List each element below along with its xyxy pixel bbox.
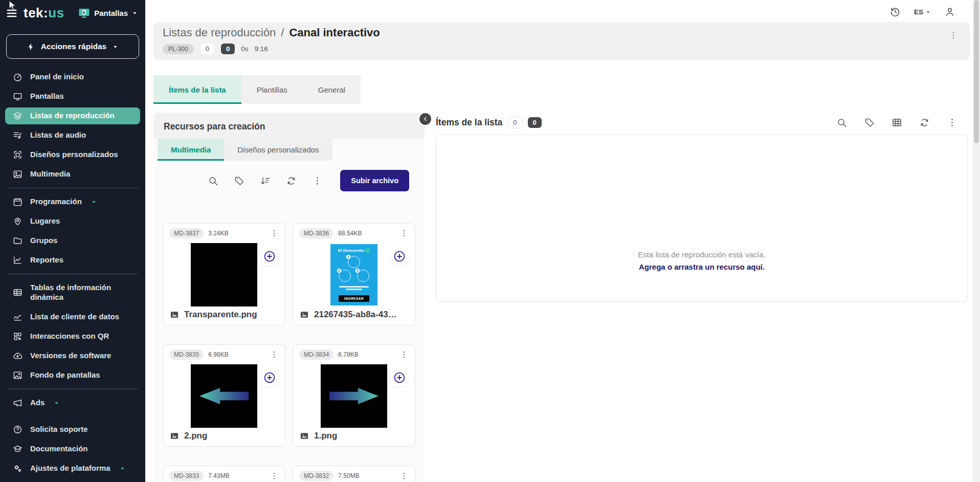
- sidebar-item-lugares[interactable]: Lugares: [5, 213, 140, 230]
- tab-items-de-la-lista[interactable]: Ítems de la lista: [153, 75, 241, 104]
- breadcrumb-separator: /: [281, 26, 284, 39]
- chevron-down-icon: [112, 43, 119, 50]
- sync-icon[interactable]: [919, 117, 930, 128]
- sidebar-item-programacion[interactable]: Programación: [5, 193, 140, 210]
- kebab-icon[interactable]: [270, 229, 279, 238]
- tab-multimedia[interactable]: Multimedia: [158, 139, 224, 161]
- kebab-icon[interactable]: [270, 471, 279, 480]
- kebab-icon[interactable]: [312, 176, 323, 186]
- collapse-panel-button[interactable]: [419, 113, 431, 125]
- sidebar-item-solicita-soporte[interactable]: Solicita soporte: [5, 421, 140, 438]
- sidebar-item-ajustes-de-plataforma[interactable]: Ajustes de plataforma: [5, 460, 140, 477]
- sidebar-nav: Panel de inicioPantallasListas de reprod…: [0, 65, 145, 482]
- playlist-items-panel: Ítems de la lista 0 0 Esta lista de repr…: [436, 117, 968, 302]
- sidebar-item-label: Diseños personalizados: [30, 150, 118, 160]
- tab-plantillas[interactable]: Plantillas: [241, 75, 303, 104]
- playlist-dropzone[interactable]: Esta lista de reproducción está vacía. A…: [436, 135, 968, 302]
- page-header: Listas de reproducción / Canal interacti…: [153, 22, 970, 60]
- app-logo[interactable]: tek:us: [24, 5, 64, 21]
- sync-icon[interactable]: [286, 176, 297, 186]
- history-icon[interactable]: [889, 6, 901, 17]
- plus-icon: [393, 250, 406, 263]
- sidebar-item-label: Lista de cliente de datos: [30, 312, 119, 322]
- sidebar-item-listas-de-reproduccion[interactable]: Listas de reproducción: [5, 107, 140, 124]
- tab-general[interactable]: General: [303, 75, 361, 104]
- resource-size: 7.43MB: [208, 472, 229, 479]
- resource-card[interactable]: MD-38373.24KBTransparente.png: [163, 223, 285, 325]
- arrow-right-graphic: [329, 386, 378, 406]
- sidebar-item-pantallas[interactable]: Pantallas: [5, 88, 140, 105]
- add-resource-button[interactable]: [260, 247, 279, 266]
- resource-card[interactable]: MD-38327.50MB: [293, 466, 415, 482]
- add-resource-button[interactable]: [390, 368, 409, 387]
- playlist-items-header: Ítems de la lista 0 0: [436, 117, 968, 128]
- megaphone-icon: [13, 398, 23, 408]
- sidebar-item-versiones-de-software[interactable]: Versiones de software: [5, 347, 140, 364]
- resource-name: 21267435-ab8a-43…: [314, 310, 397, 320]
- photo-icon: [169, 310, 180, 320]
- kebab-icon[interactable]: [947, 117, 957, 128]
- sidebar-item-lista-de-cliente-de-datos[interactable]: Lista de cliente de datos: [5, 309, 140, 325]
- kebab-icon[interactable]: [270, 350, 279, 359]
- kebab-icon[interactable]: [399, 471, 409, 480]
- sidebar-item-documentacion[interactable]: Documentación: [5, 441, 140, 457]
- add-resource-button[interactable]: [260, 368, 279, 387]
- screen-selector-dropdown[interactable]: K Pantallas: [78, 7, 138, 19]
- sidebar-item-panel-de-inicio[interactable]: Panel de inicio: [5, 69, 140, 85]
- sidebar-top: tek:us K Pantallas: [0, 0, 145, 22]
- resources-panel-title: Recursos para creación: [153, 113, 425, 139]
- upload-file-button[interactable]: Subir archivo: [340, 170, 409, 191]
- page-scrollbar[interactable]: [973, 0, 980, 482]
- thumbnail-image: [191, 364, 257, 428]
- sidebar-item-label: Multimedia: [30, 169, 70, 179]
- sidebar-item-multimedia[interactable]: Multimedia: [5, 166, 140, 183]
- breadcrumb-current: Canal interactivo: [289, 26, 380, 39]
- resource-id-badge: MD-3833: [169, 471, 204, 481]
- tab-label: Plantillas: [257, 85, 287, 94]
- resource-card[interactable]: MD-38346.78KB1.png: [293, 344, 415, 447]
- count-light-badge: 0: [200, 43, 215, 55]
- plus-icon: [393, 371, 406, 384]
- kebab-icon[interactable]: [948, 30, 959, 40]
- sidebar-item-fondo-de-pantallas[interactable]: Fondo de pantallas: [5, 367, 140, 384]
- bolt-icon: [27, 42, 35, 51]
- breadcrumb: Listas de reproducción / Canal interacti…: [163, 26, 961, 39]
- tab-label: Multimedia: [171, 145, 211, 154]
- tag-icon[interactable]: [864, 117, 875, 128]
- sidebar-item-ads[interactable]: Ads: [5, 395, 140, 411]
- sidebar-item-reportes[interactable]: Reportes: [5, 252, 140, 269]
- thumbnail-image: [321, 364, 387, 428]
- resource-card[interactable]: MD-38356.98KB2.png: [163, 344, 285, 447]
- quick-actions-button[interactable]: Acciones rápidas: [6, 34, 139, 59]
- resource-card[interactable]: MD-38337.43MB: [163, 466, 285, 482]
- sidebar-item-grupos[interactable]: Grupos: [5, 232, 140, 249]
- sidebar-item-tablas-de-informacion-dinamica[interactable]: Tablas de información dinámica: [5, 279, 140, 306]
- tab-disenos-personalizados[interactable]: Diseños personalizados: [224, 139, 332, 161]
- help-icon: [13, 425, 23, 434]
- add-resource-button[interactable]: [390, 247, 409, 266]
- resources-card-grid: MD-38373.24KBTransparente.pngMD-383688.5…: [163, 223, 415, 482]
- sidebar-item-listas-de-audio[interactable]: Listas de audio: [5, 127, 140, 144]
- scrollbar-thumb[interactable]: [974, 0, 979, 143]
- sort-icon[interactable]: [260, 176, 271, 186]
- kebab-icon[interactable]: [399, 350, 409, 359]
- chevron-down-icon: [119, 465, 126, 472]
- breadcrumb-parent[interactable]: Listas de reproducción: [163, 26, 276, 39]
- kebab-icon[interactable]: [399, 229, 409, 238]
- sidebar-spacer: [0, 412, 145, 420]
- screen-selector-label: Pantallas: [94, 9, 128, 17]
- search-icon[interactable]: [836, 117, 847, 128]
- sidebar-item-interacciones-con-qr[interactable]: Interacciones con QR: [5, 328, 140, 345]
- tag-icon[interactable]: [234, 176, 244, 186]
- user-account-icon[interactable]: [944, 6, 955, 17]
- resources-content: Subir archivo MD-38373.24KBTransparente.…: [153, 161, 425, 482]
- language-selector[interactable]: ES: [914, 8, 931, 16]
- search-icon[interactable]: [208, 176, 218, 186]
- empty-state-action-text[interactable]: Agrega o arrastra un recurso aquí.: [436, 262, 967, 271]
- resource-size: 3.24KB: [208, 230, 228, 237]
- layers-icon: [13, 111, 23, 121]
- grid-icon[interactable]: [892, 117, 902, 128]
- sidebar-item-disenos-personalizados[interactable]: Diseños personalizados: [5, 146, 140, 163]
- resource-card-footer: 21267435-ab8a-43…: [293, 306, 415, 325]
- resource-card[interactable]: MD-383688.54KBEl Descuento123INGRESAR212…: [293, 223, 415, 325]
